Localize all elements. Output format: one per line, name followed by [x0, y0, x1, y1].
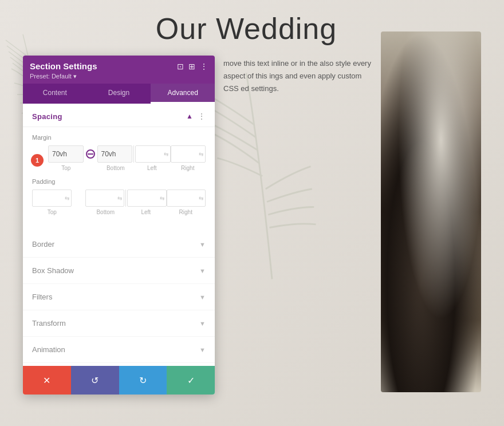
padding-divider [125, 190, 126, 207]
settings-panel: Section Settings ⊡ ⊞ ⋮ Preset: Default ▾… [23, 56, 215, 395]
margin-right-field: ⇆ [171, 145, 206, 163]
padding-top-label: Top [32, 209, 72, 215]
margin-inputs-wrapper: 1 [32, 145, 206, 163]
padding-link-spacer [72, 209, 86, 215]
panel-header-icons: ⊡ ⊞ ⋮ [177, 62, 208, 71]
preset-selector[interactable]: Preset: Default ▾ [30, 73, 208, 80]
margin-bottom-field [97, 145, 133, 163]
padding-input-row: ⇆ ⇆ ⇆ [32, 190, 206, 207]
padding-top-field: ⇆ [32, 190, 72, 207]
spacing-section: Spacing ▲ ⋮ Margin 1 [23, 104, 215, 231]
padding-bottom-input[interactable] [85, 190, 125, 207]
padding-right-input[interactable] [167, 190, 206, 207]
spacing-collapse-icon[interactable]: ▲ [186, 112, 193, 120]
margin-label: Margin [32, 134, 206, 141]
margin-top-input[interactable] [48, 145, 84, 163]
border-collapse-icon: ▼ [199, 241, 206, 248]
grid-icon[interactable]: ⊞ [188, 62, 195, 71]
panel-header: Section Settings ⊡ ⊞ ⋮ Preset: Default ▾ [23, 56, 215, 84]
padding-top-input[interactable] [32, 190, 72, 207]
padding-left-input[interactable] [127, 190, 167, 207]
undo-button[interactable]: ↺ [71, 366, 119, 395]
panel-header-top: Section Settings ⊡ ⊞ ⋮ [30, 61, 208, 71]
margin-input-row: ⇆ ⇆ [32, 145, 206, 163]
filters-section[interactable]: Filters ▼ [23, 284, 215, 310]
box-shadow-section[interactable]: Box Shadow ▼ [23, 258, 215, 284]
more-options-icon[interactable]: ⋮ [200, 62, 208, 71]
padding-labels-row: Top Bottom Left Right [32, 209, 206, 215]
padding-label: Padding [32, 178, 206, 185]
transform-section[interactable]: Transform ▼ [23, 310, 215, 337]
cancel-button[interactable]: ✕ [23, 366, 71, 395]
border-section[interactable]: Border ▼ [23, 231, 215, 258]
transform-collapse-icon: ▼ [199, 320, 206, 327]
spacing-section-header[interactable]: Spacing ▲ ⋮ [23, 104, 215, 127]
photo-portrait [381, 31, 481, 392]
spacing-more-icon[interactable]: ⋮ [198, 112, 206, 121]
border-section-title: Border [32, 240, 54, 249]
padding-link-icon [74, 194, 83, 203]
padding-bottom-label: Bottom [86, 209, 126, 215]
panel-footer: ✕ ↺ ↻ ✓ [23, 366, 215, 395]
content-text: move this text inline or in the also sty… [223, 57, 378, 95]
animation-section[interactable]: Animation ▼ [23, 337, 215, 363]
padding-right-field: ⇆ [167, 190, 206, 207]
panel-title: Section Settings [30, 61, 97, 71]
margin-top-label: Top [48, 165, 84, 171]
responsive-icon[interactable]: ⊡ [177, 62, 184, 71]
tab-advanced[interactable]: Advanced [151, 84, 215, 104]
margin-bottom-input[interactable] [97, 145, 133, 163]
save-button[interactable]: ✓ [167, 366, 215, 395]
spacing-content: Margin 1 [23, 127, 215, 231]
spacing-section-title: Spacing [32, 112, 62, 121]
box-shadow-section-title: Box Shadow [32, 266, 74, 275]
spacing-section-actions: ▲ ⋮ [186, 112, 206, 121]
padding-right-label: Right [166, 209, 206, 215]
padding-bottom-field: ⇆ [85, 190, 125, 207]
panel-body: Spacing ▲ ⋮ Margin 1 [23, 104, 215, 366]
margin-left-label: Left [134, 165, 170, 171]
step-badge: 1 [31, 154, 44, 167]
box-shadow-collapse-icon: ▼ [199, 267, 206, 274]
filters-section-title: Filters [32, 293, 52, 301]
margin-bottom-label: Bottom [98, 165, 134, 171]
photo-image [381, 31, 481, 392]
margin-labels-row: Top Bottom Left Right [32, 165, 206, 171]
margin-top-field [48, 145, 84, 163]
tab-content[interactable]: Content [23, 84, 87, 104]
margin-left-field: ⇆ [135, 145, 171, 163]
filters-collapse-icon: ▼ [199, 294, 206, 301]
padding-link-icon-wrap [72, 194, 85, 203]
animation-collapse-icon: ▼ [199, 346, 206, 353]
animation-section-title: Animation [32, 345, 65, 354]
margin-link-icon[interactable] [86, 149, 95, 159]
margin-divider [133, 145, 134, 163]
margin-link-spacer [84, 165, 98, 171]
panel-tabs: Content Design Advanced [23, 84, 215, 104]
margin-link-icon-wrap [84, 149, 97, 159]
transform-section-title: Transform [32, 319, 66, 328]
redo-button[interactable]: ↻ [119, 366, 167, 395]
margin-right-label: Right [170, 165, 206, 171]
page-title: Our Wedding [115, 11, 378, 46]
margin-right-input[interactable] [171, 145, 206, 163]
padding-left-field: ⇆ [127, 190, 167, 207]
padding-left-label: Left [126, 209, 166, 215]
margin-left-input[interactable] [135, 145, 171, 163]
tab-design[interactable]: Design [87, 84, 151, 104]
